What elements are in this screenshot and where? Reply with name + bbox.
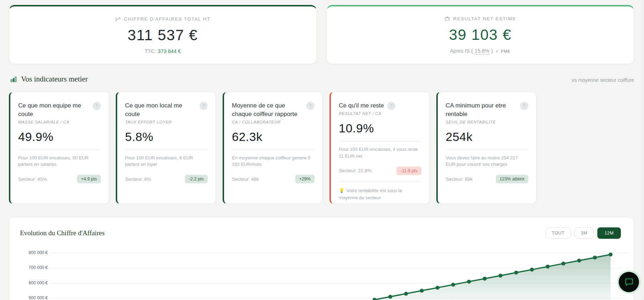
lightbulb-icon: 💡 (339, 188, 344, 193)
divider (232, 150, 315, 150)
range-button-3m[interactable]: 3M (575, 227, 594, 239)
chat-launcher-button[interactable] (619, 272, 639, 292)
divider (339, 141, 421, 142)
chat-bubble-icon (624, 277, 634, 287)
insight-text: Votre rentabilite est sous la moyenne du… (339, 188, 402, 200)
kpi-card-masse-salariale: Ce que mon equipe me coute ? MASSE SALAR… (9, 92, 109, 204)
is-rate[interactable]: 15.8% (475, 48, 489, 55)
kpi-description: En moyenne chaque coiffeur genere 5 192 … (232, 155, 315, 168)
y-tick-600k: 600 000 € (29, 280, 48, 285)
divider (446, 150, 528, 150)
net-card-label: RESULTAT NET ESTIME (453, 16, 516, 21)
kpi-card-taux-effort-loyer: Ce que mon local me coute ? TAUX EFFORT … (116, 92, 216, 204)
delta-badge: 123% atteint (496, 175, 529, 183)
chart-header: Evolution du Chiffre d'Affaires TOUT 3M … (20, 227, 629, 239)
kpi-value: 49.9% (18, 130, 101, 144)
y-tick-500k: 500 000 € (29, 295, 48, 300)
kpi-subtitle: MASSE SALARIALE / CA (18, 120, 101, 124)
delta-badge: -11.9 pts (396, 167, 421, 175)
kpi-value: 10.9% (339, 121, 421, 135)
divider (125, 150, 208, 150)
summary-row: CHIFFRE D'AFFAIRES TOTAL HT 311 537 € TT… (0, 0, 644, 64)
kpi-title: Ce qu'il me reste (339, 101, 384, 110)
kpi-description: Vous devez faire au moins 254 217 EUR po… (446, 155, 528, 168)
y-tick-700k: 700 000 € (29, 265, 48, 270)
kpi-title: CA minimum pour etre rentable (446, 101, 517, 119)
sector-value: Secteur: 8% (125, 177, 151, 182)
kpi-subtitle: RESULTAT NET / CA (339, 111, 421, 116)
net-card-header: RESULTAT NET ESTIME (444, 16, 516, 22)
ttc-label: TTC: (145, 48, 156, 54)
help-icon[interactable]: ? (93, 102, 101, 110)
kpi-row: Ce que mon equipe me coute ? MASSE SALAR… (0, 84, 644, 204)
indicators-title: Vos indicateurs metier (21, 75, 88, 84)
kpi-description: Pour 100 EUR encaisses, 6 EUR partent en… (125, 155, 208, 168)
kpi-value: 5.8% (125, 130, 208, 144)
kpi-card-ca-collaborateur: Moyenne de ce que chaque coiffeur rappor… (223, 92, 323, 204)
scrollbar-track[interactable] (641, 0, 644, 300)
kpi-subtitle: CA / COLLABORATEUR (232, 120, 315, 124)
divider (339, 181, 421, 182)
revenue-card-label: CHIFFRE D'AFFAIRES TOTAL HT (124, 16, 210, 22)
revenue-card-header: CHIFFRE D'AFFAIRES TOTAL HT (115, 16, 210, 22)
pme-label: PME (501, 49, 510, 53)
chart-area: 800 000 € 700 000 € 600 000 € 500 000 € (20, 247, 629, 300)
apres-is-prefix: Apres IS ( (450, 48, 473, 54)
sector-value: Secteur: 88k (446, 177, 473, 182)
ttc-value: 373 844 € (158, 48, 181, 54)
revenue-line-plot[interactable] (50, 247, 629, 300)
pme-check: ✓ PME (496, 49, 511, 54)
revenue-total-value: 311 537 € (128, 27, 198, 44)
net-result-value: 39 103 € (449, 26, 512, 43)
apres-is-suffix: ) (491, 48, 493, 54)
bar-chart-icon (10, 76, 17, 83)
revenue-evolution-card: Evolution du Chiffre d'Affaires TOUT 3M … (9, 217, 634, 300)
check-icon: ✓ (496, 49, 499, 53)
help-icon[interactable]: ? (306, 102, 315, 110)
revenue-chart-svg (50, 247, 629, 300)
kpi-title: Moyenne de ce que chaque coiffeur rappor… (232, 101, 303, 119)
delta-badge: +29% (295, 175, 315, 183)
trending-up-icon (115, 16, 121, 22)
net-result-card: RESULTAT NET ESTIME 39 103 € Apres IS (1… (327, 5, 634, 64)
kpi-subtitle: TAUX EFFORT LOYER (125, 120, 208, 124)
kpi-insight: 💡Votre rentabilite est sous la moyenne d… (339, 187, 421, 201)
kpi-card-resultat-net: Ce qu'il me reste ? RESULTAT NET / CA 10… (329, 92, 430, 204)
kpi-title: Ce que mon local me coute (125, 101, 196, 119)
delta-badge: -2.2 pts (185, 175, 208, 183)
sector-value: Secteur: 45% (18, 177, 47, 182)
revenue-total-card: CHIFFRE D'AFFAIRES TOTAL HT 311 537 € TT… (9, 5, 317, 64)
y-tick-800k: 800 000 € (29, 250, 48, 255)
sector-value: Secteur: 22.8% (339, 168, 372, 173)
help-icon[interactable]: ? (199, 102, 208, 110)
kpi-subtitle: SEUIL DE RENTABILITE (446, 120, 528, 124)
chart-title: Evolution du Chiffre d'Affaires (20, 229, 105, 237)
revenue-ttc-line: TTC: 373 844 € (145, 48, 181, 54)
range-selector: TOUT 3M 12M (545, 227, 621, 239)
kpi-description: Pour 100 EUR encaisses, 50 EUR partent e… (18, 155, 101, 168)
divider (18, 150, 101, 150)
wallet-icon (444, 16, 450, 22)
kpi-value: 254k (446, 130, 528, 144)
delta-badge: +4.9 pts (77, 175, 101, 183)
indicators-header-row: Vos indicateurs metier vs moyenne secteu… (0, 64, 644, 84)
range-button-12m[interactable]: 12M (597, 227, 621, 239)
sector-comparison-note: vs moyenne secteur coiffure (572, 77, 634, 84)
range-button-tout[interactable]: TOUT (545, 227, 571, 239)
kpi-card-seuil-rentabilite: CA minimum pour etre rentable ? SEUIL DE… (436, 92, 536, 204)
help-icon[interactable]: ? (387, 102, 395, 110)
kpi-title: Ce que mon equipe me coute (18, 101, 89, 119)
indicators-title-group: Vos indicateurs metier (10, 75, 88, 84)
help-icon[interactable]: ? (520, 102, 528, 110)
kpi-value: 62.3k (232, 130, 315, 144)
net-sub-line: Apres IS (15.8%) ✓ PME (450, 48, 510, 55)
kpi-description: Pour 100 EUR encaisses, il vous reste 11… (339, 146, 421, 160)
y-axis: 800 000 € 700 000 € 600 000 € 500 000 € (20, 247, 50, 300)
sector-value: Secteur: 48k (232, 177, 259, 182)
